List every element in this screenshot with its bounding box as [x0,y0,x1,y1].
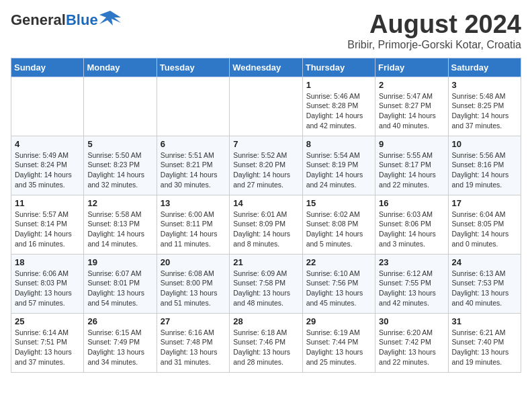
day-of-week-header: Monday [84,58,157,77]
day-of-week-header: Thursday [302,58,375,77]
calendar-week-row: 18Sunrise: 6:06 AM Sunset: 8:03 PM Dayli… [11,254,521,313]
day-info: Sunrise: 5:56 AM Sunset: 8:16 PM Dayligh… [452,150,517,190]
day-of-week-header: Wednesday [230,58,302,77]
day-info: Sunrise: 5:51 AM Sunset: 8:21 PM Dayligh… [161,150,226,190]
day-info: Sunrise: 5:55 AM Sunset: 8:17 PM Dayligh… [379,150,444,190]
location-subtitle: Bribir, Primorje-Gorski Kotar, Croatia [347,39,521,51]
day-info: Sunrise: 6:20 AM Sunset: 7:42 PM Dayligh… [379,328,444,367]
days-of-week-row: SundayMondayTuesdayWednesdayThursdayFrid… [11,58,521,77]
day-info: Sunrise: 5:48 AM Sunset: 8:25 PM Dayligh… [452,91,517,131]
calendar-cell: 30Sunrise: 6:20 AM Sunset: 7:42 PM Dayli… [375,313,448,372]
calendar-cell: 1Sunrise: 5:46 AM Sunset: 8:28 PM Daylig… [302,77,375,136]
calendar-cell: 25Sunrise: 6:14 AM Sunset: 7:51 PM Dayli… [11,313,84,372]
day-info: Sunrise: 5:49 AM Sunset: 8:24 PM Dayligh… [15,150,80,190]
day-number: 9 [379,139,444,149]
calendar-cell: 27Sunrise: 6:16 AM Sunset: 7:48 PM Dayli… [157,313,229,372]
day-of-week-header: Tuesday [157,58,229,77]
calendar-cell: 13Sunrise: 6:00 AM Sunset: 8:11 PM Dayli… [157,195,229,254]
title-area: August 2024 Bribir, Primorje-Gorski Kota… [347,11,521,51]
day-number: 6 [161,139,226,149]
day-number: 20 [161,257,226,267]
day-info: Sunrise: 6:01 AM Sunset: 8:09 PM Dayligh… [233,210,298,249]
logo-general-text: General [11,11,66,28]
calendar-cell: 8Sunrise: 5:54 AM Sunset: 8:19 PM Daylig… [302,136,375,195]
day-info: Sunrise: 6:02 AM Sunset: 8:08 PM Dayligh… [306,210,371,249]
day-info: Sunrise: 6:14 AM Sunset: 7:51 PM Dayligh… [15,328,80,367]
calendar-cell: 24Sunrise: 6:13 AM Sunset: 7:53 PM Dayli… [448,254,521,313]
calendar-cell: 11Sunrise: 5:57 AM Sunset: 8:14 PM Dayli… [11,195,84,254]
calendar-cell: 19Sunrise: 6:07 AM Sunset: 8:01 PM Dayli… [84,254,157,313]
day-info: Sunrise: 6:13 AM Sunset: 7:53 PM Dayligh… [452,269,517,308]
calendar-cell: 23Sunrise: 6:12 AM Sunset: 7:55 PM Dayli… [375,254,448,313]
day-number: 23 [379,257,444,267]
day-number: 19 [87,257,152,267]
calendar-week-row: 1Sunrise: 5:46 AM Sunset: 8:28 PM Daylig… [11,77,521,136]
logo-bird-icon [99,8,121,30]
calendar-week-row: 25Sunrise: 6:14 AM Sunset: 7:51 PM Dayli… [11,313,521,372]
day-info: Sunrise: 5:58 AM Sunset: 8:13 PM Dayligh… [87,210,152,249]
logo-blue-text: Blue [66,11,98,28]
day-info: Sunrise: 6:10 AM Sunset: 7:56 PM Dayligh… [306,269,371,308]
day-info: Sunrise: 5:50 AM Sunset: 8:23 PM Dayligh… [87,150,152,190]
calendar-cell [230,77,302,136]
calendar-table: SundayMondayTuesdayWednesdayThursdayFrid… [11,58,521,373]
day-info: Sunrise: 6:21 AM Sunset: 7:40 PM Dayligh… [452,328,517,367]
day-number: 12 [87,198,152,208]
day-number: 5 [87,139,152,149]
calendar-cell: 15Sunrise: 6:02 AM Sunset: 8:08 PM Dayli… [302,195,375,254]
day-number: 27 [161,316,226,326]
day-number: 4 [15,139,80,149]
calendar-cell [11,77,84,136]
day-number: 7 [233,139,298,149]
day-number: 1 [306,80,371,90]
day-info: Sunrise: 6:16 AM Sunset: 7:48 PM Dayligh… [161,328,226,367]
day-info: Sunrise: 5:47 AM Sunset: 8:27 PM Dayligh… [379,91,444,131]
day-info: Sunrise: 6:12 AM Sunset: 7:55 PM Dayligh… [379,269,444,308]
day-number: 29 [306,316,371,326]
calendar-cell: 5Sunrise: 5:50 AM Sunset: 8:23 PM Daylig… [84,136,157,195]
calendar-cell: 9Sunrise: 5:55 AM Sunset: 8:17 PM Daylig… [375,136,448,195]
day-number: 15 [306,198,371,208]
logo: GeneralBlue [11,11,121,30]
day-number: 30 [379,316,444,326]
day-number: 21 [233,257,298,267]
calendar-cell: 10Sunrise: 5:56 AM Sunset: 8:16 PM Dayli… [448,136,521,195]
day-number: 2 [379,80,444,90]
day-number: 26 [87,316,152,326]
calendar-cell: 18Sunrise: 6:06 AM Sunset: 8:03 PM Dayli… [11,254,84,313]
day-number: 13 [161,198,226,208]
day-info: Sunrise: 6:06 AM Sunset: 8:03 PM Dayligh… [15,269,80,308]
calendar-cell: 2Sunrise: 5:47 AM Sunset: 8:27 PM Daylig… [375,77,448,136]
day-info: Sunrise: 6:04 AM Sunset: 8:05 PM Dayligh… [452,210,517,249]
calendar-cell: 20Sunrise: 6:08 AM Sunset: 8:00 PM Dayli… [157,254,229,313]
day-number: 22 [306,257,371,267]
calendar-cell: 7Sunrise: 5:52 AM Sunset: 8:20 PM Daylig… [230,136,302,195]
calendar-cell [84,77,157,136]
day-info: Sunrise: 6:15 AM Sunset: 7:49 PM Dayligh… [87,328,152,367]
day-number: 18 [15,257,80,267]
day-info: Sunrise: 5:57 AM Sunset: 8:14 PM Dayligh… [15,210,80,249]
calendar-header: SundayMondayTuesdayWednesdayThursdayFrid… [11,58,521,77]
calendar-cell [157,77,229,136]
day-number: 8 [306,139,371,149]
calendar-cell: 26Sunrise: 6:15 AM Sunset: 7:49 PM Dayli… [84,313,157,372]
calendar-week-row: 4Sunrise: 5:49 AM Sunset: 8:24 PM Daylig… [11,136,521,195]
day-info: Sunrise: 6:09 AM Sunset: 7:58 PM Dayligh… [233,269,298,308]
calendar-cell: 4Sunrise: 5:49 AM Sunset: 8:24 PM Daylig… [11,136,84,195]
header: GeneralBlue August 2024 Bribir, Primorje… [11,11,521,51]
calendar-cell: 6Sunrise: 5:51 AM Sunset: 8:21 PM Daylig… [157,136,229,195]
calendar-cell: 17Sunrise: 6:04 AM Sunset: 8:05 PM Dayli… [448,195,521,254]
day-number: 10 [452,139,517,149]
day-info: Sunrise: 6:18 AM Sunset: 7:46 PM Dayligh… [233,328,298,367]
day-number: 11 [15,198,80,208]
calendar-cell: 31Sunrise: 6:21 AM Sunset: 7:40 PM Dayli… [448,313,521,372]
day-of-week-header: Friday [375,58,448,77]
calendar-cell: 3Sunrise: 5:48 AM Sunset: 8:25 PM Daylig… [448,77,521,136]
day-number: 17 [452,198,517,208]
day-number: 24 [452,257,517,267]
calendar-cell: 14Sunrise: 6:01 AM Sunset: 8:09 PM Dayli… [230,195,302,254]
day-info: Sunrise: 6:07 AM Sunset: 8:01 PM Dayligh… [87,269,152,308]
month-title: August 2024 [347,11,521,39]
day-number: 3 [452,80,517,90]
day-info: Sunrise: 6:08 AM Sunset: 8:00 PM Dayligh… [161,269,226,308]
